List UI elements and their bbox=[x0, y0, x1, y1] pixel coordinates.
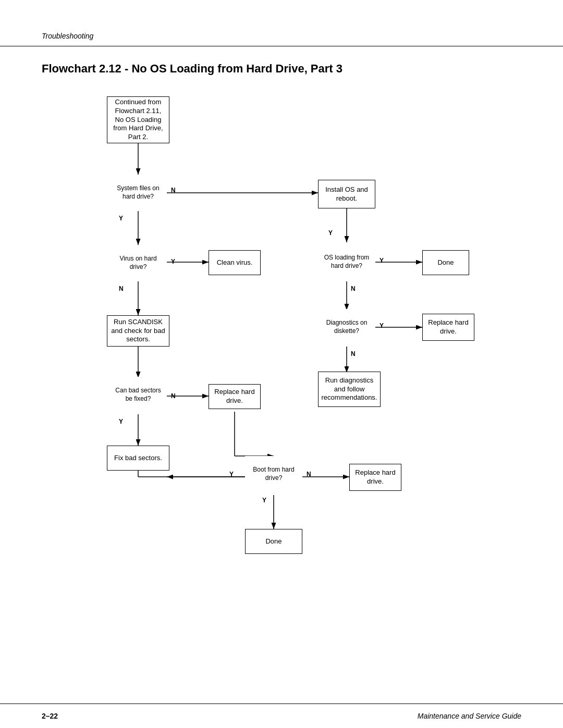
scandisk-box: Run SCANDISK and check for bad sectors. bbox=[107, 315, 169, 347]
system-files-diamond: System files on hard drive? bbox=[109, 175, 167, 211]
boot-y-left-label: Y bbox=[229, 471, 234, 478]
page: Troubleshooting Flowchart 2.12 - No OS L… bbox=[0, 0, 563, 728]
system-files-n-label: N bbox=[171, 187, 176, 194]
breadcrumb: Troubleshooting bbox=[42, 32, 93, 40]
virus-n-label: N bbox=[119, 285, 124, 292]
done2-box: Done bbox=[245, 529, 302, 554]
fix-bad-box: Fix bad sectors. bbox=[107, 446, 169, 471]
diag-y-label: Y bbox=[380, 322, 384, 329]
done1-box: Done bbox=[422, 250, 469, 275]
diagnostics-diamond: Diagnostics on diskette? bbox=[318, 309, 375, 346]
boot-y-label: Y bbox=[262, 497, 266, 504]
diag-n-label: N bbox=[351, 350, 356, 357]
chart-title: Flowchart 2.12 - No OS Loading from Hard… bbox=[42, 62, 521, 76]
virus-diamond: Virus on hard drive? bbox=[109, 245, 167, 281]
replace3-box: Replace hard drive. bbox=[349, 464, 401, 491]
boot-n-label: N bbox=[307, 471, 311, 478]
install-os-box: Install OS and reboot. bbox=[318, 180, 375, 208]
main-content: Flowchart 2.12 - No OS Loading from Hard… bbox=[0, 46, 563, 644]
footer: 2–22 Maintenance and Service Guide bbox=[0, 704, 563, 728]
clean-virus-box: Clean virus. bbox=[209, 250, 261, 275]
replace1-box: Replace hard drive. bbox=[422, 314, 474, 341]
footer-page-number: 2–22 bbox=[42, 712, 58, 720]
canbad-y-label: Y bbox=[119, 418, 123, 425]
start-box: Continued from Flowchart 2.11, No OS Loa… bbox=[107, 96, 169, 143]
canbad-n-label: N bbox=[171, 392, 176, 400]
virus-y-label: Y bbox=[171, 258, 175, 265]
run-diagnostics-box: Run diagnostics and follow recommendatio… bbox=[318, 372, 381, 407]
flowchart: Continued from Flowchart 2.11, No OS Loa… bbox=[57, 91, 506, 612]
footer-title: Maintenance and Service Guide bbox=[418, 712, 521, 720]
system-files-y-label: Y bbox=[119, 215, 123, 222]
can-bad-diamond: Can bad sectors be fixed? bbox=[109, 377, 167, 413]
replace2-box: Replace hard drive. bbox=[209, 384, 261, 409]
os-loading-diamond: OS loading from hard drive? bbox=[318, 244, 375, 280]
install-y-label: Y bbox=[328, 229, 333, 237]
boot-diamond: Boot from hard drive? bbox=[245, 456, 302, 492]
os-loading-y-label: Y bbox=[380, 257, 384, 264]
header: Troubleshooting bbox=[0, 0, 563, 46]
os-loading-n-label: N bbox=[351, 285, 356, 292]
